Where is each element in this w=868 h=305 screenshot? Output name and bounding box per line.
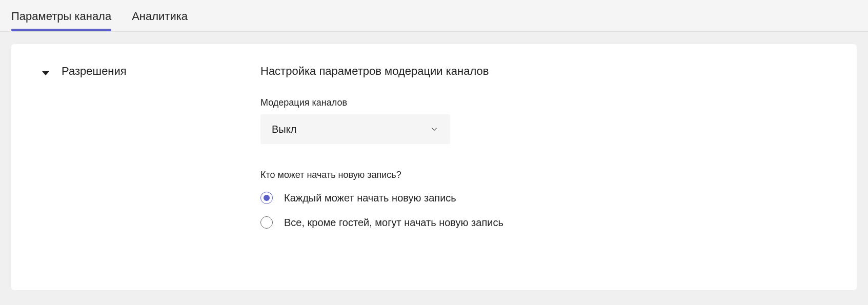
panel-row: Разрешения Настройка параметров модераци… [42,65,826,241]
tab-analytics[interactable]: Аналитика [132,1,188,30]
section-content: Настройка параметров модерации каналов М… [260,65,826,241]
radio-label: Каждый может начать новую запись [284,192,456,204]
settings-panel: Разрешения Настройка параметров модераци… [11,44,857,290]
tabs-bar: Параметры канала Аналитика [0,0,868,32]
moderation-label: Модерация каналов [260,97,826,108]
section-label: Разрешения [62,65,127,78]
section-header[interactable]: Разрешения [42,65,260,78]
tab-channel-settings[interactable]: Параметры канала [11,1,111,30]
content-heading: Настройка параметров модерации каналов [260,65,826,78]
radio-option-except-guests[interactable]: Все, кроме гостей, могут начать новую за… [260,216,826,229]
radio-option-everyone[interactable]: Каждый может начать новую запись [260,192,826,204]
dropdown-value: Выкл [272,124,296,135]
radio-icon [260,192,273,204]
chevron-down-icon [430,125,439,134]
caret-down-icon [42,71,49,75]
radio-icon [260,216,273,229]
moderation-dropdown[interactable]: Выкл [260,114,450,144]
radio-label: Все, кроме гостей, могут начать новую за… [284,217,503,229]
who-can-post-question: Кто может начать новую запись? [260,170,826,180]
